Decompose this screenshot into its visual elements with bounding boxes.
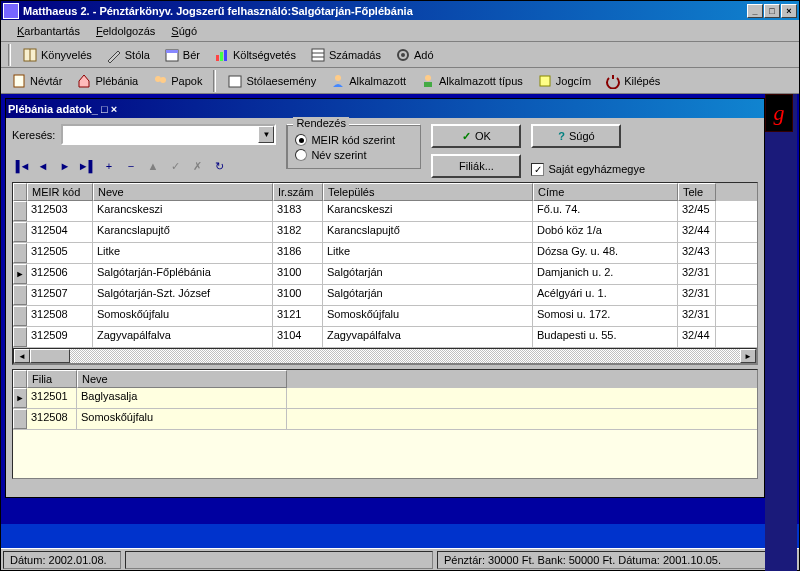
tb-koltsegvetes[interactable]: Költségvetés xyxy=(208,44,302,66)
cell-neve: Somoskőújfalu xyxy=(93,306,273,326)
radio-name[interactable]: Név szerint xyxy=(295,149,412,161)
hscrollbar[interactable]: ◄ ► xyxy=(13,348,757,364)
chevron-down-icon[interactable]: ▼ xyxy=(258,126,274,143)
menu-feldolgozas[interactable]: Feldolgozás xyxy=(88,23,163,39)
search-label: Keresés: xyxy=(12,129,55,141)
table-row[interactable]: ► 312501 Baglyasalja xyxy=(13,388,757,409)
nav-refresh[interactable]: ↻ xyxy=(210,157,228,175)
row-indicator xyxy=(13,285,27,305)
nav-insert[interactable]: + xyxy=(100,157,118,175)
tb-kilepes[interactable]: Kilépés xyxy=(599,70,666,92)
help-icon: ? xyxy=(558,130,565,142)
cell-irszam: 3121 xyxy=(273,306,323,326)
nav-first[interactable]: ▐◄ xyxy=(12,157,30,175)
nav-post[interactable]: ✓ xyxy=(166,157,184,175)
nav-next[interactable]: ► xyxy=(56,157,74,175)
col-header[interactable]: Település xyxy=(323,183,533,201)
svg-point-16 xyxy=(335,75,341,81)
row-indicator xyxy=(13,306,27,326)
row-indicator xyxy=(13,243,27,263)
ok-button[interactable]: ✓OK xyxy=(431,124,521,148)
cell-telepules: Salgótarján xyxy=(323,285,533,305)
tb-ado[interactable]: Adó xyxy=(389,44,440,66)
svg-rect-12 xyxy=(14,75,24,87)
cell-tel: 32/31 xyxy=(678,264,716,284)
employee-icon xyxy=(330,73,346,89)
table-row[interactable]: 312508 Somoskőújfalu xyxy=(13,409,757,430)
menu-sugo[interactable]: Súgó xyxy=(163,23,205,39)
col-header[interactable]: Ir.szám xyxy=(273,183,323,201)
row-indicator: ► xyxy=(13,388,27,408)
exit-icon xyxy=(605,73,621,89)
cell-meir: 312505 xyxy=(27,243,93,263)
menu-karbantartas[interactable]: Karbantartás xyxy=(9,23,88,39)
table-row[interactable]: 312503 Karancskeszi3183 Karancskeszi Fő.… xyxy=(13,201,757,222)
col-header[interactable]: Tele xyxy=(678,183,716,201)
sub-maximize-button[interactable]: □ xyxy=(101,103,108,115)
nav-prev[interactable]: ◄ xyxy=(34,157,52,175)
nav-last[interactable]: ►▌ xyxy=(78,157,96,175)
gear-icon xyxy=(395,47,411,63)
tb-szamadas[interactable]: Számadás xyxy=(304,44,387,66)
cell-meir: 312507 xyxy=(27,285,93,305)
maximize-button[interactable]: □ xyxy=(764,4,780,18)
cell-irszam: 3182 xyxy=(273,222,323,242)
table-row[interactable]: 312508 Somoskőújfalu3121 Somoskőújfalu S… xyxy=(13,306,757,327)
cell-cime: Dózsa Gy. u. 48. xyxy=(533,243,678,263)
filiak-button[interactable]: Filiák... xyxy=(431,154,521,178)
tb-plebania[interactable]: Plébánia xyxy=(70,70,144,92)
row-indicator xyxy=(13,201,27,221)
tb-konyveles[interactable]: Könyvelés xyxy=(16,44,98,66)
tb-alkalmazott-tipus[interactable]: Alkalmazott típus xyxy=(414,70,529,92)
scroll-right-icon[interactable]: ► xyxy=(740,349,756,363)
scroll-thumb[interactable] xyxy=(30,349,70,363)
help-button[interactable]: ?Súgó xyxy=(531,124,621,148)
radio-meir[interactable]: MEIR kód szerint xyxy=(295,134,412,146)
col-header[interactable]: MEIR kód xyxy=(27,183,93,201)
table-row[interactable]: ► 312506 Salgótarján-Főplébánia3100 Salg… xyxy=(13,264,757,285)
nav-edit[interactable]: ▲ xyxy=(144,157,162,175)
col-header[interactable]: Filia xyxy=(27,370,77,388)
tb-nevtar[interactable]: Névtár xyxy=(5,70,68,92)
col-header[interactable]: Neve xyxy=(93,183,273,201)
cell-neve: Zagyvapálfalva xyxy=(93,327,273,347)
table-row[interactable]: 312505 Litke3186 Litke Dózsa Gy. u. 48. … xyxy=(13,243,757,264)
cell-tel: 32/43 xyxy=(678,243,716,263)
cell-telepules: Karancslapujtő xyxy=(323,222,533,242)
cell-cime: Dobó köz 1/a xyxy=(533,222,678,242)
cell-tel: 32/44 xyxy=(678,222,716,242)
col-header[interactable]: Címe xyxy=(533,183,678,201)
sub-titlebar: Plébánia adatok _ □ × xyxy=(6,99,764,118)
sub-minimize-button[interactable]: _ xyxy=(92,103,98,115)
nav-cancel[interactable]: ✗ xyxy=(188,157,206,175)
minimize-button[interactable]: _ xyxy=(747,4,763,18)
chart-icon xyxy=(214,47,230,63)
book-icon xyxy=(22,47,38,63)
cell-cime: Fő.u. 74. xyxy=(533,201,678,221)
table-row[interactable]: 312504 Karancslapujtő3182 Karancslapujtő… xyxy=(13,222,757,243)
table-row[interactable]: 312507 Salgótarján-Szt. József3100 Salgó… xyxy=(13,285,757,306)
checkbox-icon: ✓ xyxy=(531,163,544,176)
nav-delete[interactable]: − xyxy=(122,157,140,175)
tb-jogcim[interactable]: Jogcím xyxy=(531,70,597,92)
col-header[interactable]: Neve xyxy=(77,370,287,388)
sajat-checkbox[interactable]: ✓Saját egyházmegye xyxy=(531,163,645,176)
search-combo[interactable]: ▼ xyxy=(61,124,276,145)
svg-point-17 xyxy=(425,75,431,81)
sub-close-button[interactable]: × xyxy=(111,103,117,115)
close-button[interactable]: × xyxy=(781,4,797,18)
tb-alkalmazott[interactable]: Alkalmazott xyxy=(324,70,412,92)
tb-ber[interactable]: Bér xyxy=(158,44,206,66)
cell-telepules: Salgótarján xyxy=(323,264,533,284)
church-icon xyxy=(76,73,92,89)
svg-rect-3 xyxy=(166,50,178,53)
main-titlebar: Matthaeus 2. - Pénztárkönyv. Jogszerű fe… xyxy=(1,1,799,20)
cell-meir: 312509 xyxy=(27,327,93,347)
scroll-left-icon[interactable]: ◄ xyxy=(14,349,30,363)
tb-papok[interactable]: Papok xyxy=(146,70,208,92)
plebania-window: Plébánia adatok _ □ × Keresés: ▼ ▐◄ xyxy=(5,98,765,498)
tb-stola[interactable]: Stóla xyxy=(100,44,156,66)
tb-stolaesemeny[interactable]: Stólaesemény xyxy=(221,70,322,92)
cell-tel: 32/31 xyxy=(678,306,716,326)
table-row[interactable]: 312509 Zagyvapálfalva3104 Zagyvapálfalva… xyxy=(13,327,757,348)
